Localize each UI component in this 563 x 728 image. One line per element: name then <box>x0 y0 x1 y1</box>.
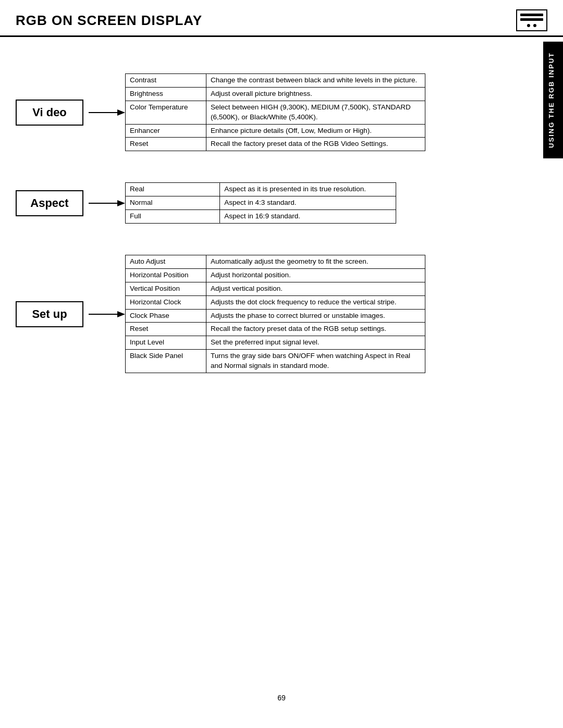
menu-item-description: Adjust vertical position. <box>206 282 425 295</box>
page-header: RGB ON SCREEN DISPLAY <box>0 0 563 37</box>
icon-dot-right <box>533 24 536 27</box>
setup-label-col: Set up <box>16 255 89 373</box>
icon-line-top <box>520 14 543 16</box>
menu-item-description: Change the contrast between black and wh… <box>206 74 425 88</box>
side-tab: USING THE RGB INPUT <box>543 42 563 158</box>
svg-marker-3 <box>117 200 125 206</box>
aspect-label-col: Aspect <box>16 182 89 224</box>
menu-item-label: Reset <box>126 323 206 336</box>
setup-table: Auto AdjustAutomatically adjust the geom… <box>125 255 425 373</box>
table-row: Horizontal PositionAdjust horizontal pos… <box>126 268 425 282</box>
video-section: Vi deo ContrastChange the contrast betwe… <box>16 73 521 151</box>
menu-item-description: Set the preferred input signal level. <box>206 336 425 350</box>
table-row: ResetRecall the factory preset data of t… <box>126 323 425 336</box>
table-row: RealAspect as it is presented in its tru… <box>126 183 396 196</box>
table-row: ContrastChange the contrast between blac… <box>126 74 425 88</box>
setup-arrow <box>89 255 125 373</box>
menu-item-label: Black Side Panel <box>126 350 206 373</box>
menu-item-label: Clock Phase <box>126 309 206 323</box>
main-content: Vi deo ContrastChange the contrast betwe… <box>0 37 563 410</box>
menu-item-description: Enhance picture details (Off, Low, Mediu… <box>206 124 425 138</box>
table-row: FullAspect in 16:9 standard. <box>126 210 396 224</box>
menu-item-description: Adjust overall picture brightness. <box>206 87 425 101</box>
menu-item-label: Auto Adjust <box>126 255 206 269</box>
menu-item-description: Adjust horizontal position. <box>206 268 425 282</box>
setup-box-label: Set up <box>16 301 83 327</box>
menu-item-label: Horizontal Position <box>126 268 206 282</box>
menu-item-label: Horizontal Clock <box>126 295 206 309</box>
menu-item-description: Aspect in 4:3 standard. <box>220 196 396 210</box>
video-table: ContrastChange the contrast between blac… <box>125 73 425 151</box>
menu-item-label: Reset <box>126 138 206 151</box>
table-row: Horizontal ClockAdjusts the dot clock fr… <box>126 295 425 309</box>
menu-item-description: Adjusts the dot clock frequency to reduc… <box>206 295 425 309</box>
menu-item-description: Recall the factory preset data of the RG… <box>206 323 425 336</box>
page-title: RGB ON SCREEN DISPLAY <box>16 13 202 29</box>
menu-item-label: Real <box>126 183 220 196</box>
setup-table-col: Auto AdjustAutomatically adjust the geom… <box>125 255 521 373</box>
menu-item-description: Select between HIGH (9,300K), MEDIUM (7,… <box>206 101 425 124</box>
setup-section: Set up Auto AdjustAutomatically adjust t… <box>16 255 521 373</box>
icon-line-mid <box>520 18 543 21</box>
table-row: NormalAspect in 4:3 standard. <box>126 196 396 210</box>
video-box-label: Vi deo <box>16 100 83 126</box>
setup-arrow-svg <box>89 262 125 366</box>
video-arrow-svg <box>89 81 125 144</box>
table-row: Input LevelSet the preferred input signa… <box>126 336 425 350</box>
table-row: ResetRecall the factory preset data of t… <box>126 138 425 151</box>
video-arrow <box>89 73 125 151</box>
video-table-col: ContrastChange the contrast between blac… <box>125 73 521 151</box>
table-row: BrightnessAdjust overall picture brightn… <box>126 87 425 101</box>
menu-item-description: Adjusts the phase to correct blurred or … <box>206 309 425 323</box>
monitor-icon <box>516 9 547 31</box>
menu-item-label: Contrast <box>126 74 206 88</box>
menu-item-label: Full <box>126 210 220 224</box>
table-row: Vertical PositionAdjust vertical positio… <box>126 282 425 295</box>
menu-item-description: Aspect in 16:9 standard. <box>220 210 396 224</box>
menu-item-label: Vertical Position <box>126 282 206 295</box>
table-row: Black Side PanelTurns the gray side bars… <box>126 350 425 373</box>
icon-dot-left <box>527 24 530 27</box>
menu-item-label: Input Level <box>126 336 206 350</box>
svg-marker-5 <box>117 311 125 317</box>
menu-item-description: Aspect as it is presented in its true re… <box>220 183 396 196</box>
aspect-arrow <box>89 182 125 224</box>
menu-item-label: Brightness <box>126 87 206 101</box>
menu-item-description: Recall the factory preset data of the RG… <box>206 138 425 151</box>
table-row: Clock PhaseAdjusts the phase to correct … <box>126 309 425 323</box>
menu-item-label: Normal <box>126 196 220 210</box>
table-row: Color TemperatureSelect between HIGH (9,… <box>126 101 425 124</box>
aspect-table-col: RealAspect as it is presented in its tru… <box>125 182 521 224</box>
aspect-arrow-svg <box>89 188 125 219</box>
menu-item-label: Color Temperature <box>126 101 206 124</box>
aspect-section: Aspect RealAspect as it is presented in … <box>16 182 521 224</box>
aspect-table: RealAspect as it is presented in its tru… <box>125 182 396 224</box>
icon-dots <box>527 24 536 27</box>
page-number: 69 <box>267 683 296 712</box>
menu-item-description: Automatically adjust the geometry to fit… <box>206 255 425 269</box>
svg-marker-1 <box>117 109 125 116</box>
table-row: Auto AdjustAutomatically adjust the geom… <box>126 255 425 269</box>
menu-item-description: Turns the gray side bars ON/OFF when wat… <box>206 350 425 373</box>
aspect-box-label: Aspect <box>16 190 83 216</box>
table-row: EnhancerEnhance picture details (Off, Lo… <box>126 124 425 138</box>
menu-item-label: Enhancer <box>126 124 206 138</box>
video-label-col: Vi deo <box>16 73 89 151</box>
